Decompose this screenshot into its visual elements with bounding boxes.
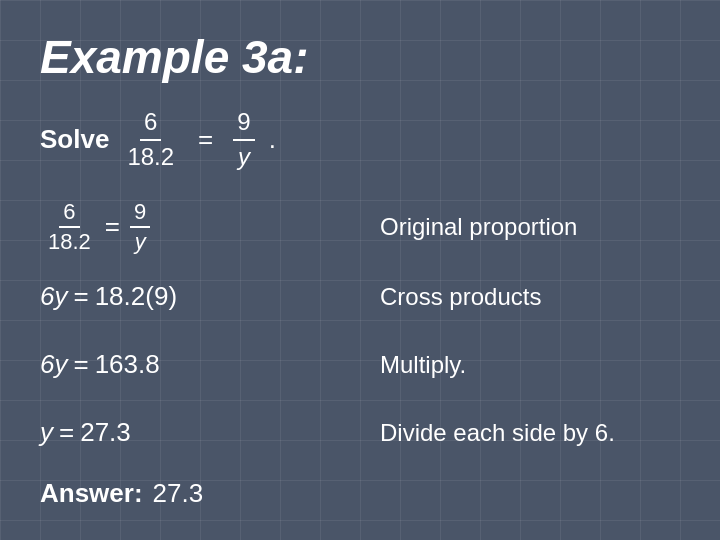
step4-value: 27.3 (80, 417, 131, 448)
solve-fraction-1: 6 18.2 (123, 108, 178, 172)
step1-frac1-den: 18.2 (44, 228, 95, 254)
answer-value: 27.3 (153, 478, 204, 509)
step-row-1: 6 18.2 = 9 y Original proportion (40, 200, 680, 254)
step2-description: Cross products (360, 283, 680, 311)
solve-fraction-2: 9 y (233, 108, 254, 172)
step2-math: 6y = 18.2(9) (40, 281, 360, 312)
solve-frac1-num: 6 (140, 108, 161, 141)
solve-label: Solve (40, 124, 109, 155)
solve-equals: = (198, 124, 213, 155)
answer-label: Answer: (40, 478, 143, 509)
step3-description: Multiply. (360, 351, 680, 379)
step1-frac2-num: 9 (130, 200, 150, 228)
step3-6y: 6y (40, 349, 67, 380)
answer-section: Answer: 27.3 (40, 478, 680, 509)
step-row-4: y = 27.3 Divide each side by 6. (40, 408, 680, 458)
step1-math: 6 18.2 = 9 y (40, 200, 360, 254)
page-title: Example 3a: (40, 30, 680, 84)
step3-value: 163.8 (95, 349, 160, 380)
step2-value: 18.2(9) (95, 281, 177, 312)
step3-math: 6y = 163.8 (40, 349, 360, 380)
step3-approx: = (73, 349, 88, 380)
step2-approx: = (73, 281, 88, 312)
solve-frac1-den: 18.2 (123, 141, 178, 172)
step1-frac1: 6 18.2 (44, 200, 95, 254)
step1-description: Original proportion (360, 213, 680, 241)
step1-frac2-den: y (131, 228, 150, 254)
step-row-3: 6y = 163.8 Multiply. (40, 340, 680, 390)
step-row-2: 6y = 18.2(9) Cross products (40, 272, 680, 322)
step4-description: Divide each side by 6. (360, 419, 680, 447)
step4-y: y (40, 417, 53, 448)
solve-frac2-den: y (234, 141, 254, 172)
page: Example 3a: Solve 6 18.2 = 9 y . 6 18.2 … (0, 0, 720, 540)
solve-period: . (269, 124, 276, 155)
step1-frac1-num: 6 (59, 200, 79, 228)
step2-6y: 6y (40, 281, 67, 312)
step1-frac2: 9 y (130, 200, 150, 254)
step1-eq: = (105, 211, 120, 242)
step4-math: y = 27.3 (40, 417, 360, 448)
solve-frac2-num: 9 (233, 108, 254, 141)
solve-line: Solve 6 18.2 = 9 y . (40, 108, 680, 172)
step4-approx: = (59, 417, 74, 448)
